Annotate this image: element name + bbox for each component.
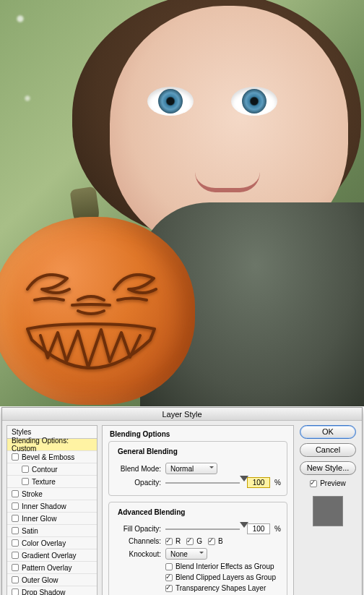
knockout-select[interactable]: None xyxy=(165,548,207,560)
opacity-slider[interactable] xyxy=(165,478,240,488)
style-item[interactable]: Bevel & Emboss xyxy=(7,451,97,463)
knockout-label: Knockout: xyxy=(115,550,161,558)
style-label: Satin xyxy=(22,527,38,535)
style-item[interactable]: Drop Shadow xyxy=(7,586,97,595)
opt-interior-effects[interactable]: Blend Interior Effects as Group xyxy=(165,562,274,570)
channel-r[interactable]: R xyxy=(165,537,181,545)
opt-transparency-shapes[interactable]: Transparency Shapes Layer xyxy=(165,584,266,592)
style-item[interactable]: Inner Shadow xyxy=(7,500,97,513)
opacity-label: Opacity: xyxy=(115,479,161,487)
style-item[interactable]: Contour xyxy=(7,463,97,476)
channels-label: Channels: xyxy=(115,537,161,545)
style-item[interactable]: Blending Options: Custom xyxy=(7,439,97,451)
style-checkbox[interactable] xyxy=(22,466,29,473)
opt-clipped-layers[interactable]: Blend Clipped Layers as Group xyxy=(165,573,276,581)
blend-mode-select[interactable]: Normal xyxy=(165,463,217,474)
ok-button[interactable]: OK xyxy=(300,425,356,439)
style-checkbox[interactable] xyxy=(12,527,19,534)
panel-title: Blending Options xyxy=(110,430,287,438)
style-checkbox[interactable] xyxy=(12,576,19,583)
style-item[interactable]: Outer Glow xyxy=(7,574,97,586)
style-checkbox[interactable] xyxy=(12,502,19,510)
style-label: Texture xyxy=(32,478,56,486)
fill-opacity-value[interactable]: 100 xyxy=(247,523,270,534)
general-blending-group: General Blending Blend Mode: Normal Opac… xyxy=(108,441,287,496)
style-label: Inner Shadow xyxy=(22,502,66,510)
style-item[interactable]: Stroke xyxy=(7,488,97,500)
preview-swatch xyxy=(313,496,343,526)
style-label: Inner Glow xyxy=(22,515,56,523)
style-checkbox[interactable] xyxy=(12,588,19,595)
style-label: Color Overlay xyxy=(22,539,66,547)
cancel-button[interactable]: Cancel xyxy=(300,443,356,457)
styles-list: Styles Blending Options: CustomBevel & E… xyxy=(6,425,98,595)
style-item[interactable]: Gradient Overlay xyxy=(7,549,97,562)
style-label: Pattern Overlay xyxy=(22,564,72,572)
fill-opacity-label: Fill Opacity: xyxy=(115,525,161,533)
style-item[interactable]: Inner Glow xyxy=(7,513,97,525)
style-label: Drop Shadow xyxy=(22,588,66,596)
style-checkbox[interactable] xyxy=(12,490,19,497)
layer-style-dialog: Layer Style Styles Blending Options: Cus… xyxy=(1,407,363,595)
opacity-value[interactable]: 100 xyxy=(247,477,270,488)
new-style-button[interactable]: New Style... xyxy=(300,461,356,475)
general-blending-title: General Blending xyxy=(115,448,181,455)
style-label: Contour xyxy=(32,466,58,474)
photo-preview xyxy=(0,0,364,406)
style-item[interactable]: Satin xyxy=(7,525,97,537)
style-item[interactable]: Texture xyxy=(7,476,97,488)
channel-b[interactable]: B xyxy=(208,537,223,545)
preview-checkbox[interactable]: Preview xyxy=(310,479,346,487)
style-checkbox[interactable] xyxy=(12,552,19,559)
advanced-blending-title: Advanced Blending xyxy=(115,508,188,516)
style-checkbox[interactable] xyxy=(12,515,19,522)
dialog-title: Layer Style xyxy=(2,408,362,421)
style-label: Blending Options: Custom xyxy=(12,437,94,453)
style-label: Bevel & Emboss xyxy=(22,453,74,461)
channel-g[interactable]: G xyxy=(186,537,202,545)
blend-mode-label: Blend Mode: xyxy=(115,465,161,473)
style-checkbox[interactable] xyxy=(22,478,29,485)
fill-opacity-slider[interactable] xyxy=(165,524,240,534)
style-label: Stroke xyxy=(22,490,43,498)
advanced-blending-group: Advanced Blending Fill Opacity: 100 % Ch… xyxy=(108,502,287,595)
style-item[interactable]: Pattern Overlay xyxy=(7,562,97,574)
style-checkbox[interactable] xyxy=(12,539,19,547)
style-checkbox[interactable] xyxy=(12,564,19,571)
style-item[interactable]: Color Overlay xyxy=(7,537,97,549)
style-label: Outer Glow xyxy=(22,576,58,584)
style-label: Gradient Overlay xyxy=(22,552,77,560)
style-checkbox[interactable] xyxy=(12,453,19,461)
